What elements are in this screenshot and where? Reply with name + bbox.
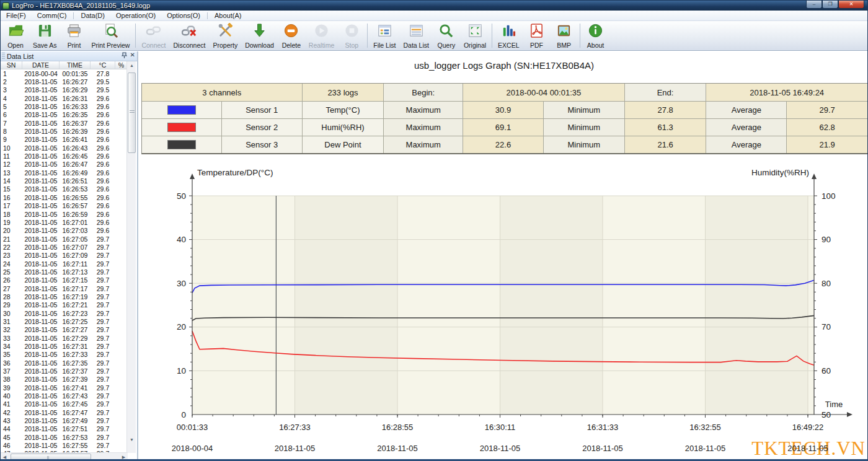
connect-icon	[146, 23, 161, 41]
sn-cell: 44	[1, 425, 22, 432]
print-preview-button[interactable]: Print Preview	[88, 21, 134, 50]
horizontal-scrollbar[interactable]: ◀ ▶	[1, 452, 128, 461]
date-cell: 2018-11-05	[22, 335, 60, 342]
table-row[interactable]: 32018-11-0516:26:2929.5	[1, 86, 128, 94]
table-row[interactable]: 142018-11-0516:26:5129.6	[1, 177, 128, 185]
column-header-rh[interactable]: %	[115, 61, 128, 69]
table-row[interactable]: 442018-11-0516:27:5129.7	[1, 425, 128, 433]
table-row[interactable]: 302018-11-0516:27:2329.7	[1, 309, 128, 317]
bmp-button[interactable]: BMP	[551, 21, 578, 50]
column-header-sn[interactable]: SN	[1, 61, 22, 69]
download-button[interactable]: Download	[241, 21, 278, 50]
table-row[interactable]: 162018-11-0516:26:5529.6	[1, 193, 128, 201]
property-button[interactable]: Property	[209, 21, 241, 50]
disconnect-button[interactable]: Disconnect	[170, 21, 210, 50]
table-row[interactable]: 292018-11-0516:27:2129.7	[1, 301, 128, 309]
table-row[interactable]: 372018-11-0516:27:3729.7	[1, 367, 128, 375]
table-row[interactable]: 262018-11-0516:27:1529.7	[1, 276, 128, 284]
open-button[interactable]: Open	[2, 21, 29, 50]
column-header-c[interactable]: °C	[91, 61, 115, 69]
save-as-button[interactable]: Save As	[29, 21, 61, 50]
table-row[interactable]: 212018-11-0516:27:0529.7	[1, 235, 128, 243]
maximize-button[interactable]: ❐	[822, 1, 838, 9]
scroll-up-icon[interactable]: ▲	[128, 61, 136, 69]
table-row[interactable]: 252018-11-0516:27:1329.7	[1, 268, 128, 276]
close-button[interactable]: ✕	[838, 1, 864, 9]
menu-item-about[interactable]: About(A)	[209, 11, 247, 20]
table-row[interactable]: 432018-11-0516:27:4929.7	[1, 416, 128, 424]
column-header-date[interactable]: DATE	[22, 61, 60, 69]
scroll-right-icon[interactable]: ▶	[120, 453, 128, 461]
original-button[interactable]: Original	[460, 21, 490, 50]
query-button[interactable]: Query	[433, 21, 460, 50]
panel-grip[interactable]	[2, 53, 5, 60]
table-row[interactable]: 332018-11-0516:27:2929.7	[1, 334, 128, 342]
time-cell: 16:27:03	[60, 227, 91, 234]
table-row[interactable]: 342018-11-0516:27:3129.7	[1, 342, 128, 350]
table-row[interactable]: 112018-11-0516:26:4529.6	[1, 152, 128, 160]
table-row[interactable]: 232018-11-0516:27:0929.7	[1, 252, 128, 260]
close-panel-icon[interactable]: ✕	[130, 52, 135, 59]
table-row[interactable]: 82018-11-0516:26:3929.6	[1, 127, 128, 135]
table-row[interactable]: 172018-11-0516:26:5729.6	[1, 202, 128, 210]
table-row[interactable]: 12018-00-0400:01:3527.8	[1, 69, 128, 77]
about-button[interactable]: About	[582, 21, 609, 50]
vertical-scrollbar[interactable]: ▲ ▼	[126, 61, 136, 453]
vertical-scrollbar-thumb[interactable]	[128, 72, 136, 153]
table-row[interactable]: 22018-11-0516:26:2729.5	[1, 77, 128, 86]
column-header-time[interactable]: TIME	[60, 61, 91, 69]
table-row[interactable]: 122018-11-0516:26:4729.6	[1, 160, 128, 169]
pin-icon[interactable]	[122, 52, 127, 59]
excel-button[interactable]: EXCEL	[494, 21, 523, 50]
menu-item-comm[interactable]: Comm(C)	[32, 11, 73, 20]
table-row[interactable]: 192018-11-0516:27:0129.6	[1, 218, 128, 226]
menu-item-data[interactable]: Data(D)	[75, 11, 110, 20]
delete-button[interactable]: Delete	[278, 21, 305, 50]
scroll-down-icon[interactable]: ▼	[128, 436, 136, 444]
table-row[interactable]: 362018-11-0516:27:3529.7	[1, 359, 128, 367]
table-row[interactable]: 412018-11-0516:27:4529.7	[1, 400, 128, 408]
table-row[interactable]: 392018-11-0516:27:4129.7	[1, 384, 128, 392]
file-list-button[interactable]: File List	[370, 21, 399, 50]
print-button[interactable]: Print	[61, 21, 88, 50]
minimum-label-cell: Minimum	[543, 102, 624, 118]
table-row[interactable]: 222018-11-0516:27:0729.7	[1, 243, 128, 251]
menu-item-operation[interactable]: Operation(O)	[110, 11, 161, 20]
table-row[interactable]: 272018-11-0516:27:1729.7	[1, 284, 128, 292]
horizontal-scrollbar-thumb[interactable]	[11, 454, 91, 460]
table-row[interactable]: 352018-11-0516:27:3329.7	[1, 351, 128, 359]
chart-canvas[interactable]: 01020304050506070809010000:01:332018-00-…	[140, 152, 868, 461]
open-folder-icon	[8, 23, 24, 41]
table-row[interactable]: 52018-11-0516:26:3329.6	[1, 102, 128, 110]
table-row[interactable]: 182018-11-0516:26:5929.6	[1, 210, 128, 218]
time-cell: 16:26:47	[60, 160, 91, 168]
title-bar[interactable]: LogPro - HE17XB0B4A_20181105_1649.logp ‒…	[1, 1, 867, 11]
table-row[interactable]: 322018-11-0516:27:2729.7	[1, 326, 128, 334]
table-row[interactable]: 242018-11-0516:27:1129.7	[1, 260, 128, 268]
table-row[interactable]: 102018-11-0516:26:4329.6	[1, 144, 128, 152]
table-row[interactable]: 72018-11-0516:26:3729.6	[1, 119, 128, 127]
time-cell: 16:27:33	[60, 351, 91, 358]
data-list-button[interactable]: Data List	[399, 21, 432, 50]
table-row[interactable]: 152018-11-0516:26:5329.6	[1, 185, 128, 193]
chart[interactable]: TKTECH.VN 01020304050506070809010000:01:…	[140, 152, 868, 461]
scroll-left-icon[interactable]: ◀	[1, 453, 9, 461]
table-row[interactable]: 422018-11-0516:27:4729.7	[1, 408, 128, 416]
table-row[interactable]: 62018-11-0516:26:3529.6	[1, 111, 128, 119]
table-row[interactable]: 92018-11-0516:26:4129.6	[1, 136, 128, 144]
table-row[interactable]: 42018-11-0516:26:3129.6	[1, 94, 128, 102]
table-row[interactable]: 282018-11-0516:27:1929.7	[1, 292, 128, 301]
table-row[interactable]: 202018-11-0516:27:0329.6	[1, 227, 128, 235]
table-row[interactable]: 402018-11-0516:27:4329.7	[1, 392, 128, 400]
table-row[interactable]: 452018-11-0516:27:5329.7	[1, 433, 128, 441]
menu-item-file[interactable]: File(F)	[1, 11, 32, 20]
minimize-button[interactable]: ‒	[806, 1, 822, 9]
table-row[interactable]: 132018-11-0516:26:4929.6	[1, 169, 128, 177]
date-cell: 2018-11-05	[22, 367, 60, 375]
menu-item-options[interactable]: Options(O)	[161, 11, 206, 20]
data-list-column-header[interactable]: SNDATETIME°C%	[1, 61, 128, 69]
table-row[interactable]: 312018-11-0516:27:2529.7	[1, 317, 128, 325]
table-row[interactable]: 382018-11-0516:27:3929.7	[1, 375, 128, 384]
table-row[interactable]: 462018-11-0516:27:5529.7	[1, 441, 128, 449]
pdf-button[interactable]: PDF	[523, 21, 551, 50]
